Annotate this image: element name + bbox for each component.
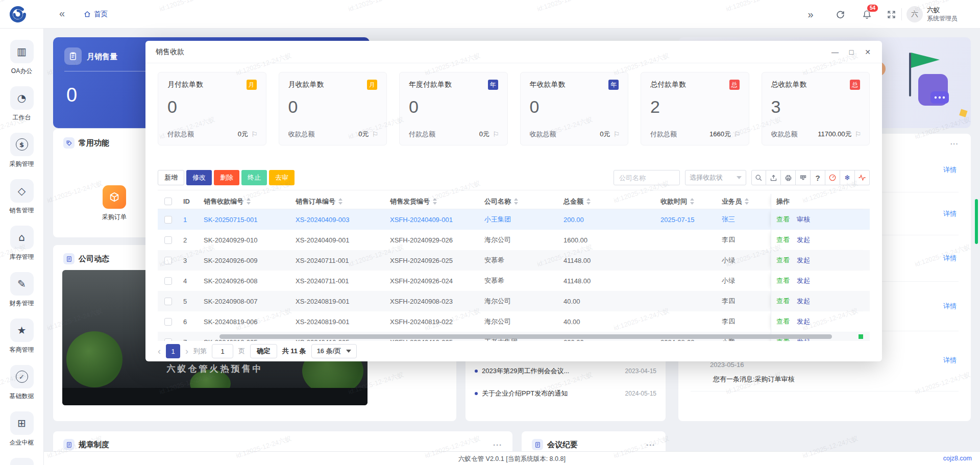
row-checkbox[interactable] — [164, 257, 172, 264]
sort-icon[interactable] — [586, 198, 591, 205]
row-checkbox[interactable] — [164, 236, 172, 244]
terminate-button[interactable]: 终止 — [241, 170, 267, 185]
help-icon-button[interactable]: ? — [811, 170, 825, 185]
row-checkbox[interactable] — [164, 338, 172, 341]
detail-link[interactable]: 详情 — [943, 165, 957, 175]
workflow-link[interactable]: 发起 — [797, 317, 810, 326]
column-header[interactable]: 公司名称 — [479, 194, 558, 209]
print-icon-button[interactable] — [781, 170, 796, 185]
sort-icon[interactable] — [338, 198, 343, 205]
column-header[interactable]: 收款时间 — [655, 194, 717, 209]
sidebar-item-inventory[interactable]: ⌂库存管理 — [10, 226, 34, 261]
table-row[interactable]: 5SK-20240908-007XS-20240819-001XSFH-2024… — [158, 291, 870, 311]
column-header[interactable]: 销售发货编号 — [385, 194, 479, 209]
edit-button[interactable]: 修改 — [186, 170, 212, 185]
table-row[interactable]: 6SK-20240819-006XS-20240819-001XSFH-2024… — [158, 311, 870, 332]
columns-icon-button[interactable] — [796, 170, 811, 185]
monitor-icon-button[interactable] — [825, 170, 840, 185]
sidebar-item-enterprise[interactable]: ⊞企业中枢 — [10, 411, 34, 447]
table-row[interactable]: 4SK-20240926-008XS-20240711-001XSFH-2024… — [158, 271, 870, 291]
current-page-button[interactable]: 1 — [166, 344, 180, 358]
sort-icon[interactable] — [690, 198, 695, 205]
goto-page-input[interactable] — [212, 344, 233, 358]
workflow-link[interactable]: 发起 — [797, 256, 810, 265]
page-scrollbar-thumb[interactable] — [975, 199, 978, 244]
fullscreen-icon[interactable] — [882, 0, 900, 29]
minimize-icon[interactable]: — — [831, 48, 839, 56]
workflow-link[interactable]: 发起 — [797, 297, 810, 306]
detail-link[interactable]: 详情 — [943, 254, 957, 263]
sort-icon[interactable] — [745, 198, 749, 205]
select-all-checkbox[interactable] — [164, 198, 172, 205]
column-header[interactable]: 销售订单编号 — [290, 194, 385, 209]
horizontal-scrollbar[interactable] — [219, 334, 832, 339]
row-checkbox[interactable] — [164, 318, 172, 326]
more-tabs-icon[interactable]: » — [801, 0, 820, 29]
column-header[interactable]: 总金额 — [558, 194, 655, 209]
view-link[interactable]: 查看 — [776, 256, 790, 265]
user-avatar[interactable]: 六 — [906, 6, 923, 22]
row-checkbox[interactable] — [164, 298, 172, 305]
user-info[interactable]: 六蚁 系统管理员 — [927, 6, 958, 23]
workflow-link[interactable]: 审核 — [797, 215, 810, 224]
view-link[interactable]: 查看 — [776, 215, 790, 224]
notice-item[interactable]: 2023年第29周工作例会会议...2023-04-15 — [475, 360, 656, 382]
table-row[interactable]: 1SK-20250715-001XS-20240409-003XSFH-2024… — [158, 209, 870, 230]
sidebar-item-finance[interactable]: ✎财务管理 — [10, 272, 34, 308]
add-button[interactable]: 新增 — [158, 170, 184, 185]
notification-bell-icon[interactable]: 54 — [857, 0, 876, 29]
column-header[interactable]: 销售收款编号 — [199, 194, 290, 209]
view-link[interactable]: 查看 — [776, 276, 790, 285]
panel-menu-icon[interactable]: ··· — [493, 440, 502, 449]
company-search-input[interactable] — [614, 170, 680, 185]
sidebar-item-oa[interactable]: ▥OA办公 — [10, 40, 34, 76]
delete-button[interactable]: 删除 — [214, 170, 239, 185]
panel-menu-icon[interactable]: ··· — [646, 440, 655, 449]
detail-link[interactable]: 详情 — [943, 209, 957, 218]
notice-item[interactable]: 关于企业介绍PPT发布的通知2024-05-15 — [475, 383, 656, 404]
detail-link[interactable]: 详情 — [943, 356, 957, 365]
view-link[interactable]: 查看 — [776, 297, 790, 306]
sidebar-item-workbench[interactable]: ◔工作台 — [10, 86, 34, 122]
next-page-icon[interactable]: › — [185, 346, 188, 357]
sort-icon[interactable] — [247, 198, 251, 205]
search-icon-button[interactable] — [751, 170, 766, 185]
panel-menu-icon[interactable]: ··· — [950, 140, 959, 148]
sidebar-item-purchase[interactable]: $采购管理 — [10, 133, 34, 168]
grid-icon: ⊞ — [10, 411, 34, 435]
column-header[interactable]: ID — [178, 194, 199, 209]
freeze-icon-button[interactable]: ❄ — [840, 170, 855, 185]
shortcut-purchase-order[interactable]: 采购订单 — [90, 185, 139, 222]
maximize-icon[interactable]: □ — [847, 48, 855, 56]
column-header[interactable]: 操作 — [771, 194, 870, 209]
view-link[interactable]: 查看 — [776, 317, 790, 326]
detail-link[interactable]: 详情 — [943, 302, 957, 311]
goto-confirm-button[interactable]: 确定 — [250, 344, 277, 358]
sidebar-item-partners[interactable]: ★客商管理 — [10, 319, 34, 354]
table-row[interactable]: 2SK-20240929-010XS-20240409-001XSFH-2024… — [158, 230, 870, 250]
table-row[interactable]: 3SK-20240926-009XS-20240711-001XSFH-2024… — [158, 250, 870, 271]
status-select[interactable]: 选择收款状 — [685, 170, 746, 185]
stat-total-value: 11700.00元⚐ — [818, 130, 861, 139]
sort-icon[interactable] — [433, 198, 437, 205]
prev-page-icon[interactable]: ‹ — [158, 346, 161, 357]
export-icon-button[interactable] — [766, 170, 781, 185]
pulse-icon-button[interactable] — [855, 170, 870, 185]
column-header[interactable]: 业务员 — [717, 194, 771, 209]
workflow-link[interactable]: 发起 — [797, 235, 810, 244]
sidebar-item-sales[interactable]: ◇销售管理 — [10, 179, 34, 215]
sidebar-item-basedata[interactable]: ✓基础数据 — [10, 365, 34, 401]
view-link[interactable]: 查看 — [776, 235, 790, 244]
close-icon[interactable]: ✕ — [864, 48, 872, 56]
refresh-icon[interactable] — [831, 0, 849, 29]
sidebar-collapse-icon[interactable]: « — [59, 8, 65, 19]
tab-home[interactable]: 首页 — [79, 0, 113, 28]
footer-link[interactable]: cojz8.com — [943, 455, 972, 462]
sort-icon[interactable] — [514, 198, 519, 205]
sidebar-item-dev[interactable]: </> — [10, 458, 34, 465]
row-checkbox[interactable] — [164, 216, 172, 224]
row-checkbox[interactable] — [164, 277, 172, 285]
submit-review-button[interactable]: 去审 — [269, 170, 295, 185]
workflow-link[interactable]: 发起 — [797, 276, 810, 285]
page-size-select[interactable]: 16 条/页 — [311, 344, 357, 358]
